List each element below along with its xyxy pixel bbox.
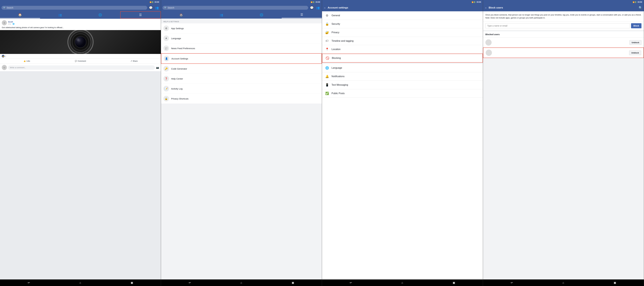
unblock-button-2[interactable]: Unblock — [629, 51, 641, 55]
blocked-user-row-2: Unblock — [483, 48, 644, 58]
search-bar-1[interactable]: 🔍 Search — [2, 6, 147, 10]
back-arrow-3[interactable]: ← — [324, 6, 326, 10]
app-settings-icon: ⚙ — [164, 26, 169, 31]
like-btn-label: Like — [26, 60, 30, 62]
tab2-globe-icon: 🌐 — [260, 13, 263, 17]
top-nav-3: ← Account settings — [322, 4, 483, 11]
acc-item-location[interactable]: 📍 Location — [322, 45, 483, 54]
settings-item-app[interactable]: ⚙ App Settings — [161, 23, 322, 33]
home-button-2[interactable]: ⌂ — [240, 281, 242, 284]
tab2-menu[interactable]: ☰ — [282, 11, 322, 18]
general-icon: ⚙ — [325, 14, 329, 17]
blocked-user-avatar-1 — [486, 39, 492, 46]
home-button-1[interactable]: ⌂ — [80, 281, 81, 284]
home-button-3[interactable]: ⌂ — [402, 281, 403, 284]
settings-section-label: HELP & SETTINGS — [161, 19, 322, 23]
texting-icon: 📱 — [325, 83, 329, 87]
svg-point-3 — [75, 36, 86, 48]
camera-icon[interactable]: 📷 — [156, 66, 159, 69]
acc-item-language[interactable]: 🌐 Language — [322, 64, 483, 72]
share-button[interactable]: ↗ Share — [107, 59, 161, 63]
recents-button-1[interactable]: ▣ — [131, 281, 133, 284]
security-icon: 🔒 — [325, 22, 329, 26]
tab-friends[interactable]: 👥 — [40, 12, 80, 18]
notifications-label: Notifications — [332, 75, 344, 78]
search-icon-4[interactable]: 🔍 — [639, 6, 642, 10]
acc-item-texting[interactable]: 📱 Text Messaging — [322, 81, 483, 89]
tab-feed[interactable]: 🏠 — [0, 12, 40, 19]
block-button[interactable]: Block — [631, 23, 642, 28]
tab2-globe[interactable]: 🌐 — [242, 12, 282, 18]
settings-item-privacy[interactable]: 🔒 Privacy Shortcuts — [161, 94, 322, 104]
timeline-label: Timeline and tagging — [332, 40, 354, 42]
tab2-friends[interactable]: 👥 — [201, 12, 241, 18]
post-meta: Scott 1 hr · 🌐 — [8, 21, 159, 25]
settings-item-account[interactable]: 👤 Account Settings — [161, 53, 322, 64]
security-label: Security — [332, 23, 340, 25]
code-generator-icon: 🔑 — [164, 66, 169, 72]
comment-button[interactable]: 💬 Comment — [54, 59, 107, 63]
language-icon: A — [164, 36, 169, 41]
comment-btn-icon: 💬 — [75, 60, 77, 62]
like-btn-icon: 👍 — [24, 60, 26, 62]
acc-item-blocking[interactable]: 🚫 Blocking — [322, 54, 483, 63]
tab2-friends-icon: 👥 — [220, 13, 223, 17]
unblock-button-1[interactable]: Unblock — [630, 40, 642, 45]
messenger-icon-1[interactable]: 💬 — [148, 5, 153, 10]
back-button-1[interactable]: ↩ — [28, 281, 30, 284]
acc-item-general[interactable]: ⚙ General — [322, 11, 483, 20]
settings-item-language[interactable]: A Language — [161, 33, 322, 43]
like-icon: 👍 — [2, 55, 4, 58]
friend-requests-icon-1[interactable]: 👥 — [154, 5, 159, 10]
account-settings-list: ⚙ General 🔒 Security 🔐 Privacy 🏷 Timelin… — [322, 11, 483, 279]
language-acc-label: Language — [332, 67, 342, 69]
timeline-icon: 🏷 — [325, 39, 329, 43]
panel-block-users: 📶 🔋 15:03 ← Block users 🔍 Once you block… — [483, 0, 644, 286]
acc-item-timeline[interactable]: 🏷 Timeline and tagging — [322, 37, 483, 45]
back-button-2[interactable]: ↩ — [189, 281, 191, 284]
status-icons-3: 📶 🔋 — [472, 1, 476, 3]
privacy-label: Privacy — [332, 31, 339, 34]
search-bar-2[interactable]: 🔍 Search — [162, 6, 308, 10]
tab-bar-2: 🏠 👥 🌐 ☰ — [161, 11, 322, 19]
back-button-3[interactable]: ↩ — [350, 281, 352, 284]
home-button-4[interactable]: ⌂ — [562, 281, 564, 284]
acc-item-privacy[interactable]: 🔐 Privacy — [322, 28, 483, 37]
tab2-feed-icon: 🏠 — [179, 13, 183, 17]
messenger-icon-2[interactable]: 💬 — [309, 5, 314, 10]
newsfeed-icon: 📰 — [164, 46, 169, 51]
recents-button-3[interactable]: ▣ — [453, 281, 455, 284]
status-time-4: 15:03 — [638, 1, 642, 3]
privacy-icon: 🔐 — [325, 31, 329, 34]
language-acc-icon: 🌐 — [325, 66, 329, 70]
location-label: Location — [332, 48, 340, 51]
notifications-icon: 🔔 — [325, 75, 329, 78]
comment-box: U Write a comment... 📷 — [0, 64, 161, 71]
recents-button-4[interactable]: ▣ — [614, 281, 616, 284]
tab2-feed[interactable]: 🏠 — [161, 12, 201, 18]
block-text-input[interactable] — [486, 23, 630, 28]
android-nav-1: ↩ ⌂ ▣ — [0, 279, 161, 286]
back-arrow-4[interactable]: ← — [484, 6, 488, 10]
acc-item-security[interactable]: 🔒 Security — [322, 20, 483, 28]
tab-menu[interactable]: ☰ — [120, 11, 161, 19]
settings-item-code[interactable]: 🔑 Code Generator — [161, 64, 322, 74]
post-header: S Scott 1 hr · 🌐 — [0, 19, 161, 26]
tab-globe[interactable]: 🌐 — [80, 12, 120, 18]
panel4-content: Once you block someone, that person can … — [483, 11, 644, 279]
acc-item-notifications[interactable]: 🔔 Notifications — [322, 72, 483, 81]
comment-input[interactable]: Write a comment... — [8, 65, 155, 70]
like-button[interactable]: 👍 Like — [0, 59, 54, 63]
android-nav-3: ↩ ⌂ ▣ — [322, 279, 483, 286]
recents-button-2[interactable]: ▣ — [292, 281, 294, 284]
status-time-1: 15:03 — [154, 1, 159, 3]
settings-item-newsfeed[interactable]: 📰 News Feed Preferences — [161, 43, 322, 53]
avatar: S — [2, 20, 7, 25]
back-button-4[interactable]: ↩ — [511, 281, 513, 284]
friend-requests-icon-2[interactable]: 👥 — [316, 5, 320, 10]
acc-item-publicposts[interactable]: ✅ Public Posts — [322, 89, 483, 98]
language-label: Language — [171, 37, 181, 40]
settings-item-activitylog[interactable]: 📝 Activity Log — [161, 84, 322, 94]
settings-item-help[interactable]: ❓ Help Center — [161, 74, 322, 84]
status-icons-4: 📶 🔋 — [633, 1, 637, 3]
